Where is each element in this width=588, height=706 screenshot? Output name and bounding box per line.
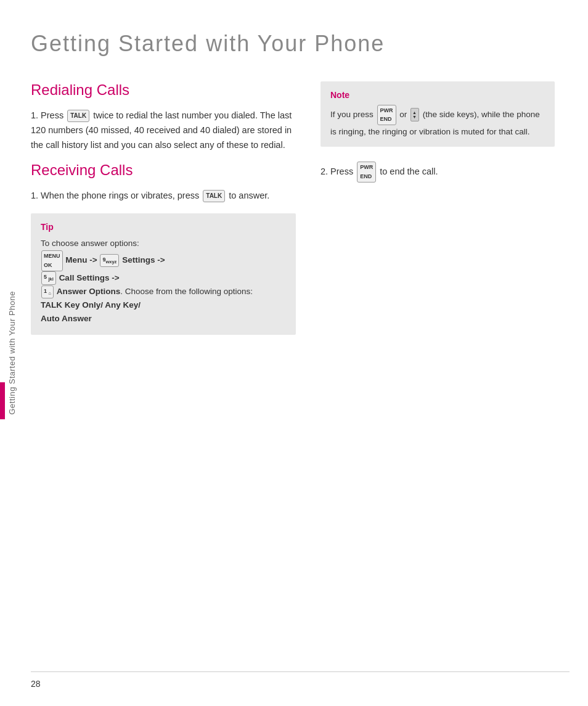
tip-text: To choose answer options: MENUOK Menu ->… <box>41 237 286 326</box>
redialing-item1: 1. Press TALK twice to redial the last n… <box>31 109 296 153</box>
1-key: 1 ⌂ <box>41 285 54 298</box>
sidebar-text: Getting Started with Your Phone <box>7 291 17 415</box>
sidebar-label: Getting Started with Your Phone <box>0 0 23 706</box>
left-column: Redialing Calls 1. Press TALK twice to r… <box>31 81 296 335</box>
answer-options: TALK Key Only/ Any Key/Auto Answer <box>41 300 141 323</box>
page-title: Getting Started with Your Phone <box>31 31 570 57</box>
note-text: If you press PWREND or (the side keys), … <box>330 105 545 138</box>
tip-label: Tip <box>41 222 286 232</box>
page-container: Getting Started with Your Phone Getting … <box>0 0 588 706</box>
note-label: Note <box>330 90 545 100</box>
accent-bar <box>0 382 5 419</box>
redialing-heading: Redialing Calls <box>31 81 296 99</box>
receiving-heading: Receiving Calls <box>31 162 296 179</box>
5jkl-key: 5 jkl <box>41 271 56 284</box>
note-box: Note If you press PWREND or (the side ke… <box>321 81 555 147</box>
pwr-end-key-note: PWREND <box>377 105 396 125</box>
tip-box: Tip To choose answer options: MENUOK Men… <box>31 213 296 335</box>
pwr-end-key-item2: PWREND <box>357 162 376 183</box>
item2-text: 2. Press PWREND to end the call. <box>321 162 555 183</box>
talk-key-receiving: TALK <box>203 190 225 203</box>
right-column: Note If you press PWREND or (the side ke… <box>321 81 555 194</box>
bottom-line <box>31 671 570 672</box>
page-number: 28 <box>31 679 41 689</box>
main-content: Getting Started with Your Phone Redialin… <box>31 31 570 675</box>
content-columns: Redialing Calls 1. Press TALK twice to r… <box>31 81 570 335</box>
receiving-item1: 1. When the phone rings or vibrates, pre… <box>31 189 296 203</box>
9wxyz-key: 9wxyz <box>100 254 119 267</box>
menu-ok-key: MENUOK <box>41 250 63 271</box>
side-key-note <box>410 108 419 121</box>
talk-key-redialing: TALK <box>67 110 89 123</box>
